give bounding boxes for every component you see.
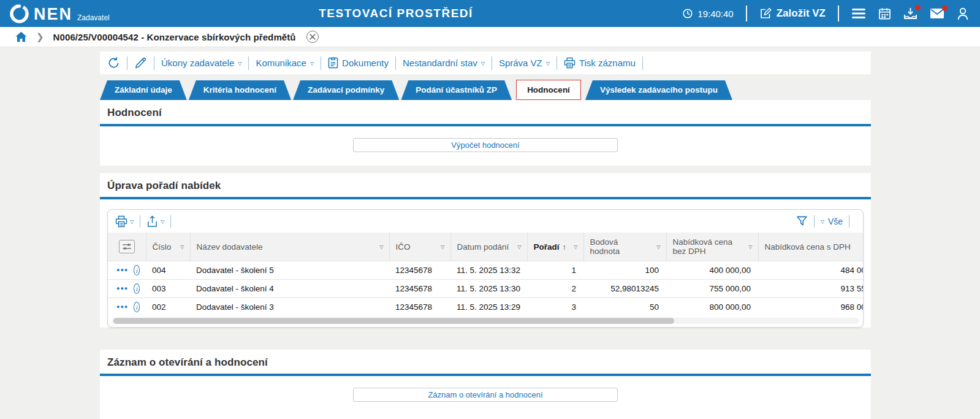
toolbar-divider bbox=[248, 56, 249, 70]
tab-zadavaci-podminky[interactable]: Zadávací podmínky bbox=[293, 80, 399, 100]
tab-vysledek-zadavaciho-postupu[interactable]: Výsledek zadávacího postupu bbox=[585, 80, 732, 100]
column-filter-icon[interactable]: ▽ bbox=[656, 244, 660, 250]
section-title: Hodnocení bbox=[100, 100, 871, 124]
user-profile-icon[interactable] bbox=[957, 7, 969, 20]
cell-ico: 12345678 bbox=[389, 280, 450, 298]
column-label: Pořadí bbox=[534, 242, 560, 252]
column-header-nazev-dodavatele[interactable]: Název dodavatele ▽ bbox=[190, 233, 389, 261]
section-hodnoceni: Hodnocení Výpočet hodnocení bbox=[100, 100, 871, 166]
menu-tisk-zaznamu[interactable]: Tisk záznamu bbox=[564, 57, 636, 69]
column-header-datum-podani[interactable]: Datum podání ▽ bbox=[450, 233, 527, 261]
cell-cena-bez-dph: 400 000,00 bbox=[666, 261, 758, 280]
edit-icon bbox=[759, 7, 772, 20]
close-tab-icon[interactable] bbox=[306, 31, 319, 43]
cell-cislo: 002 bbox=[146, 298, 190, 317]
brand: NEN Zadavatel bbox=[10, 4, 110, 23]
column-header-bodova-hodnota[interactable]: Bodová hodnota ▽ bbox=[583, 233, 666, 261]
menu-label: Nestandardní stav bbox=[403, 58, 477, 68]
tab-hodnoceni[interactable]: Hodnocení bbox=[516, 80, 581, 100]
column-label: Nabídková cena s DPH bbox=[765, 242, 851, 252]
filter-all-selector[interactable]: ▽ Vše bbox=[821, 217, 843, 226]
tab-kriteria-hodnoceni[interactable]: Kritéria hodnocení bbox=[189, 80, 291, 100]
menu-komunikace[interactable]: Komunikace ▽ bbox=[256, 58, 314, 68]
horizontal-scrollbar[interactable] bbox=[112, 318, 859, 324]
vypocet-hodnoceni-button[interactable]: Výpočet hodnocení bbox=[353, 138, 618, 152]
section-title: Záznam o otevírání a hodnocení bbox=[100, 350, 871, 374]
table-row[interactable]: ●●●i 003 Dodavatel - školení 4 12345678 … bbox=[108, 280, 863, 298]
menu-ukony-zadavatele[interactable]: Úkony zadavatele ▽ bbox=[161, 58, 241, 68]
filter-icon[interactable] bbox=[796, 215, 808, 227]
inbox-download-icon[interactable] bbox=[903, 7, 917, 20]
cell-cislo: 003 bbox=[146, 280, 190, 298]
breadcrumb: ❯ N006/25/V00004542 - Konzervace sbírkov… bbox=[0, 27, 980, 47]
column-filter-icon[interactable]: ▽ bbox=[441, 244, 444, 250]
column-label: Číslo bbox=[153, 242, 172, 252]
clock-time: 19:40:40 bbox=[697, 9, 733, 19]
column-filter-icon[interactable]: ▽ bbox=[379, 244, 383, 250]
offers-table: Číslo ▽ Název dodavatele ▽ IČO ▽ bbox=[108, 233, 863, 316]
row-menu-icon[interactable]: ●●● bbox=[116, 304, 128, 310]
cell-nazev: Dodavatel - školení 4 bbox=[190, 280, 389, 298]
toolbar-divider bbox=[321, 56, 321, 70]
info-icon[interactable]: i bbox=[134, 265, 140, 275]
toolbar-divider bbox=[127, 56, 127, 70]
mail-icon[interactable] bbox=[930, 8, 944, 19]
toolbar-divider bbox=[140, 215, 140, 228]
table-row[interactable]: ●●●i 002 Dodavatel - školení 3 12345678 … bbox=[108, 298, 863, 317]
section-zaznam: Záznam o otevírání a hodnocení Záznam o … bbox=[100, 350, 871, 419]
grid-print-button[interactable]: ▽ bbox=[115, 215, 134, 228]
column-label: IČO bbox=[396, 242, 411, 252]
chevron-down-icon: ▽ bbox=[821, 218, 824, 225]
topbar-actions: 19:40:40 Založit VZ bbox=[682, 6, 969, 21]
column-filter-icon[interactable]: ▽ bbox=[748, 244, 752, 250]
home-icon[interactable] bbox=[15, 31, 27, 42]
column-header-cena-s-dph[interactable]: Nabídková cena s DPH bbox=[758, 233, 863, 261]
column-header-ico[interactable]: IČO ▽ bbox=[389, 233, 450, 261]
column-header-cislo[interactable]: Číslo ▽ bbox=[146, 233, 190, 261]
info-icon[interactable]: i bbox=[134, 283, 140, 294]
toolbar-divider bbox=[492, 56, 492, 70]
column-header-poradi[interactable]: Pořadí↑ ▽ bbox=[527, 233, 583, 261]
menu-sprava-vz[interactable]: Správa VZ ▽ bbox=[499, 58, 550, 68]
cell-bodova-hodnota: 100 bbox=[583, 261, 666, 280]
row-menu-icon[interactable]: ●●● bbox=[116, 286, 128, 291]
toolbar-divider bbox=[170, 215, 171, 228]
refresh-icon[interactable] bbox=[107, 56, 120, 69]
chevron-down-icon: ▽ bbox=[310, 60, 314, 66]
table-viewport: Číslo ▽ Název dodavatele ▽ IČO ▽ bbox=[108, 233, 863, 316]
grid-export-button[interactable]: ▽ bbox=[146, 215, 164, 228]
row-menu-icon[interactable]: ●●● bbox=[116, 267, 128, 273]
toolbar-divider bbox=[154, 56, 154, 70]
scrollbar-thumb[interactable] bbox=[113, 318, 674, 324]
zaznam-oteviranl-button[interactable]: Záznam o otevírání a hodnocení bbox=[353, 388, 618, 402]
app-root: NEN Zadavatel TESTOVACÍ PROSTŘEDÍ 19:40:… bbox=[0, 0, 980, 419]
tab-zakladni-udaje[interactable]: Základní údaje bbox=[100, 80, 187, 100]
tab-podani-ucastniku-zp[interactable]: Podání účastníků ZP bbox=[401, 80, 512, 100]
info-icon[interactable]: i bbox=[134, 302, 140, 312]
chevron-down-icon: ▽ bbox=[161, 218, 164, 225]
column-settings-icon[interactable] bbox=[119, 240, 135, 253]
chevron-down-icon: ▽ bbox=[130, 218, 134, 225]
cell-datum: 11. 5. 2025 13:30 bbox=[450, 280, 527, 298]
create-vz-button[interactable]: Založit VZ bbox=[759, 7, 826, 20]
column-header-cena-bez-dph[interactable]: Nabídková cena bez DPH ▽ bbox=[666, 233, 758, 261]
cell-cislo: 004 bbox=[146, 261, 190, 280]
table-row[interactable]: ●●●i 004 Dodavatel - školení 5 12345678 … bbox=[108, 261, 863, 280]
menu-nestandardni-stav[interactable]: Nestandardní stav ▽ bbox=[403, 58, 485, 68]
pencil-icon[interactable] bbox=[134, 56, 147, 69]
toolbar-divider bbox=[556, 56, 557, 70]
printer-icon bbox=[564, 57, 575, 69]
table-header-row: Číslo ▽ Název dodavatele ▽ IČO ▽ bbox=[108, 233, 863, 261]
column-filter-icon[interactable]: ▽ bbox=[180, 244, 184, 250]
calendar-icon[interactable] bbox=[878, 7, 891, 20]
column-filter-icon[interactable]: ▽ bbox=[574, 244, 577, 250]
toolbar-divider bbox=[395, 56, 396, 70]
cell-poradi: 1 bbox=[527, 261, 583, 280]
menu-label: Úkony zadavatele bbox=[161, 58, 234, 68]
hamburger-menu-icon[interactable] bbox=[851, 8, 866, 19]
data-grid: ▽ ▽ bbox=[107, 209, 864, 328]
nen-logo-icon bbox=[10, 4, 29, 23]
grid-toolbar-right: ▽ Vše bbox=[796, 215, 856, 228]
column-filter-icon[interactable]: ▽ bbox=[517, 244, 521, 250]
menu-dokumenty[interactable]: Dokumenty bbox=[328, 57, 389, 69]
